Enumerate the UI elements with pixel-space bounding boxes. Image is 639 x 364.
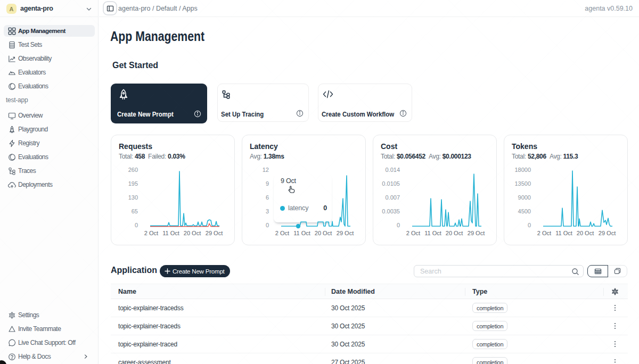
svg-text:12: 12 <box>263 167 269 173</box>
svg-text:13500: 13500 <box>514 180 531 187</box>
svg-text:65: 65 <box>132 208 138 214</box>
svg-text:2 Oct: 2 Oct <box>406 230 420 236</box>
svg-text:11 Oct: 11 Oct <box>555 230 572 236</box>
svg-text:20 Oct: 20 Oct <box>446 230 463 236</box>
svg-text:3: 3 <box>266 208 269 214</box>
svg-text:0.0105: 0.0105 <box>382 180 400 187</box>
svg-text:9: 9 <box>266 180 269 187</box>
svg-text:11 Oct: 11 Oct <box>162 230 179 236</box>
svg-text:260: 260 <box>128 167 138 173</box>
svg-text:0: 0 <box>135 222 138 228</box>
svg-text:29 Oct: 29 Oct <box>599 230 616 236</box>
svg-text:2 Oct: 2 Oct <box>537 230 551 236</box>
svg-text:29 Oct: 29 Oct <box>206 230 223 236</box>
svg-text:0: 0 <box>528 222 531 228</box>
svg-text:4500: 4500 <box>518 208 531 214</box>
svg-text:130: 130 <box>128 194 138 201</box>
svg-text:6: 6 <box>266 194 269 201</box>
svg-text:18000: 18000 <box>514 167 531 173</box>
svg-text:0.014: 0.014 <box>385 167 400 173</box>
svg-text:2 Oct: 2 Oct <box>144 230 158 236</box>
svg-text:195: 195 <box>128 180 138 187</box>
svg-text:29 Oct: 29 Oct <box>337 230 354 236</box>
svg-text:9000: 9000 <box>518 194 531 201</box>
svg-text:20 Oct: 20 Oct <box>315 230 332 236</box>
svg-text:0: 0 <box>266 222 269 228</box>
svg-text:29 Oct: 29 Oct <box>468 230 485 236</box>
svg-text:11 Oct: 11 Oct <box>293 230 310 236</box>
svg-text:0.007: 0.007 <box>385 194 400 201</box>
svg-text:2 Oct: 2 Oct <box>275 230 289 236</box>
svg-text:0.0035: 0.0035 <box>382 208 400 214</box>
svg-text:11 Oct: 11 Oct <box>424 230 441 236</box>
svg-text:20 Oct: 20 Oct <box>577 230 594 236</box>
svg-text:20 Oct: 20 Oct <box>184 230 201 236</box>
svg-text:0: 0 <box>397 222 400 228</box>
